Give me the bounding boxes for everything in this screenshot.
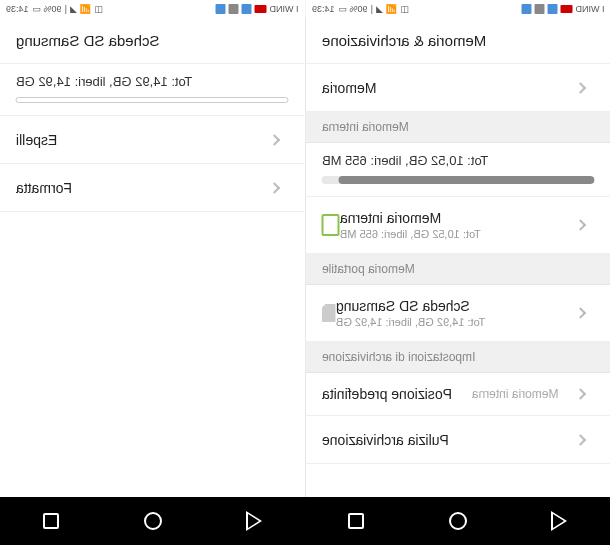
memory-label: Memoria — [322, 80, 376, 96]
eject-row[interactable]: Espelli — [0, 116, 305, 164]
format-row[interactable]: Formatta — [0, 164, 305, 212]
section-internal: Memoria interna — [306, 112, 611, 143]
battery-percent: 90% — [44, 4, 62, 14]
sd-card-icon — [322, 304, 336, 322]
chevron-icon — [269, 134, 280, 145]
app-icon-3 — [216, 4, 226, 14]
recents-button[interactable] — [41, 511, 61, 531]
carrier-text: I WIND — [575, 4, 604, 14]
navigation-bar — [0, 497, 610, 545]
format-label: Formatta — [16, 180, 72, 196]
home-button[interactable] — [448, 511, 468, 531]
battery-percent: 90% — [349, 4, 367, 14]
section-portable: Memoria portatile — [306, 254, 611, 285]
app-icon-3 — [521, 4, 531, 14]
vibrate-icon: ◫ — [399, 4, 408, 14]
signal-icon: ◢ — [375, 4, 382, 14]
cleanup-row[interactable]: Pulizia archiviazione — [306, 416, 611, 464]
signal-icon: ◢ — [70, 4, 77, 14]
status-bar: I WIND ◫ 📶 ◢ | 90% ▭ 14:39 — [0, 0, 305, 18]
default-location-row[interactable]: Memoria interna Posizione predefinita — [306, 373, 611, 416]
progress-container-left — [0, 93, 305, 115]
app-icon-2 — [229, 4, 239, 14]
cleanup-label: Pulizia archiviazione — [322, 432, 449, 448]
youtube-icon — [560, 5, 572, 13]
page-title-right: Memoria & archiviazione — [306, 18, 611, 64]
wifi-icon: 📶 — [80, 4, 91, 14]
vibrate-icon: ◫ — [94, 4, 103, 14]
clock-time: 14:39 — [6, 4, 29, 14]
left-pane: I WIND ◫ 📶 ◢ | 90% ▭ 14:39 Scheda SD Sam… — [0, 0, 305, 497]
app-icon-1 — [547, 4, 557, 14]
recents-button[interactable] — [346, 511, 366, 531]
status-bar: I WIND ◫ 📶 ◢ | 90% ▭ 14:39 — [306, 0, 611, 18]
sd-title: Scheda SD Samsung — [336, 298, 470, 314]
back-button[interactable] — [244, 511, 264, 531]
eject-label: Espelli — [16, 132, 57, 148]
internal-sub: Tot: 10,52 GB, liberi: 655 MB — [340, 228, 481, 240]
youtube-icon — [255, 5, 267, 13]
progress-container-right — [306, 172, 611, 196]
app-icon-2 — [534, 4, 544, 14]
page-title-left: Scheda SD Samsung — [0, 18, 305, 64]
internal-memory-row[interactable]: Memoria interna Tot: 10,52 GB, liberi: 6… — [306, 197, 611, 254]
home-button[interactable] — [143, 511, 163, 531]
chevron-icon — [574, 388, 585, 399]
clock-time: 14:39 — [312, 4, 335, 14]
internal-summary: Tot: 10,52 GB, liberi: 655 MB — [306, 143, 611, 172]
sd-card-row[interactable]: Scheda SD Samsung Tot: 14,92 GB, liberi:… — [306, 285, 611, 342]
sd-sub: Tot: 14,92 GB, liberi: 14,92 GB — [336, 316, 485, 328]
default-label: Posizione predefinita — [322, 386, 472, 402]
section-storage-settings: Impostazioni di archiviazione — [306, 342, 611, 373]
back-button[interactable] — [549, 511, 569, 531]
wifi-icon: 📶 — [385, 4, 396, 14]
app-icon-1 — [242, 4, 252, 14]
storage-icon — [322, 214, 340, 236]
right-pane: I WIND ◫ 📶 ◢ | 90% ▭ 14:39 Memoria & arc… — [306, 0, 611, 497]
chevron-icon — [269, 182, 280, 193]
battery-icon: ▭ — [337, 4, 346, 14]
battery-icon: ▭ — [32, 4, 41, 14]
storage-summary-left: Tot: 14,92 GB, liberi: 14,92 GB — [0, 64, 305, 93]
default-value: Memoria interna — [471, 387, 558, 401]
carrier-text: I WIND — [270, 4, 299, 14]
internal-title: Memoria interna — [340, 210, 441, 226]
memory-row[interactable]: Memoria — [306, 64, 611, 112]
